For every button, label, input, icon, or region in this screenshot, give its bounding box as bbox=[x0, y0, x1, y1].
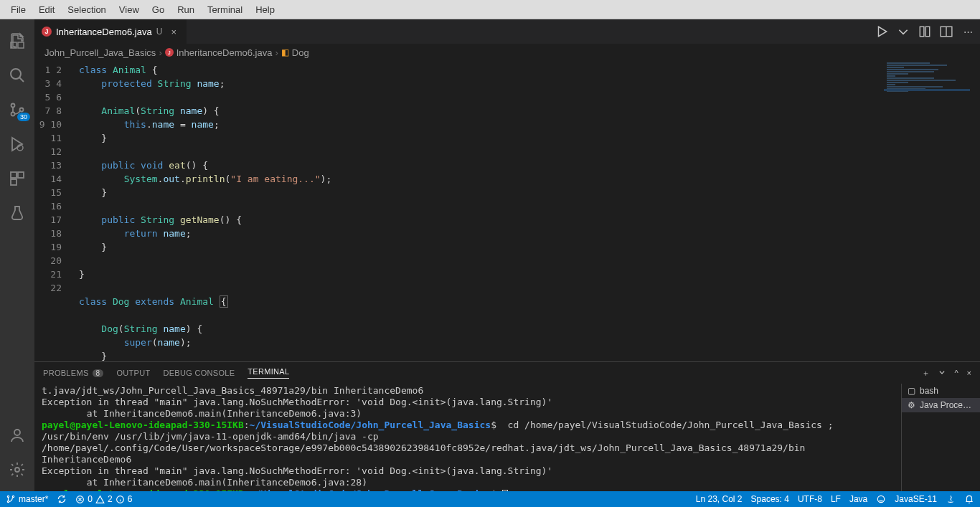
svg-rect-12 bbox=[925, 27, 930, 37]
svg-rect-8 bbox=[11, 179, 17, 185]
tab-problems[interactable]: PROBLEMS8 bbox=[43, 369, 103, 377]
status-java-icon[interactable] bbox=[946, 494, 956, 504]
debug-icon[interactable] bbox=[0, 127, 34, 161]
explorer-icon[interactable] bbox=[0, 24, 34, 58]
chevron-icon: › bbox=[275, 47, 278, 58]
status-bell-icon[interactable] bbox=[964, 494, 974, 504]
terminal[interactable]: t.java/jdt_ws/John_Purcell_Java_Basics_4… bbox=[34, 384, 901, 491]
status-lang[interactable]: Java bbox=[849, 494, 867, 504]
status-cursor[interactable]: Ln 23, Col 2 bbox=[696, 494, 743, 504]
scm-badge: 30 bbox=[17, 113, 30, 121]
breadcrumb-folder[interactable]: John_Purcell_Java_Basics bbox=[44, 47, 156, 58]
status-sync[interactable] bbox=[57, 494, 67, 504]
menu-edit[interactable]: Edit bbox=[32, 2, 61, 17]
testing-icon[interactable] bbox=[0, 196, 34, 230]
menu-help[interactable]: Help bbox=[249, 2, 281, 17]
statusbar: master* 0 2 6 Ln 23, Col 2 Spaces: 4 UTF… bbox=[0, 491, 980, 507]
svg-line-1 bbox=[19, 77, 24, 82]
svg-point-15 bbox=[7, 496, 9, 497]
svg-point-16 bbox=[7, 501, 9, 502]
status-spaces[interactable]: Spaces: 4 bbox=[751, 494, 789, 504]
search-icon[interactable] bbox=[0, 58, 34, 93]
tab-inheritancedemo6[interactable]: J InheritanceDemo6.java U × bbox=[34, 19, 187, 44]
activitybar: 30 bbox=[0, 19, 34, 491]
status-jdk[interactable]: JavaSE-11 bbox=[895, 494, 937, 504]
terminal-icon: ▢ bbox=[908, 386, 915, 396]
java-file-icon: J bbox=[42, 27, 52, 37]
svg-point-9 bbox=[14, 430, 20, 435]
menu-terminal[interactable]: Terminal bbox=[201, 2, 249, 17]
more-icon[interactable]: ⋯ bbox=[961, 25, 974, 38]
tabs-row: J InheritanceDemo6.java U × ⋯ bbox=[34, 19, 980, 44]
tab-filename: InheritanceDemo6.java bbox=[56, 27, 152, 37]
terminal-dropdown-icon[interactable] bbox=[938, 369, 946, 377]
maximize-panel-icon[interactable]: ^ bbox=[954, 369, 958, 377]
menu-selection[interactable]: Selection bbox=[61, 2, 112, 17]
svg-point-17 bbox=[12, 496, 14, 497]
svg-point-10 bbox=[15, 468, 19, 472]
svg-rect-11 bbox=[920, 27, 924, 37]
split-editor-icon[interactable] bbox=[940, 25, 953, 38]
svg-rect-7 bbox=[18, 172, 24, 178]
svg-rect-6 bbox=[11, 172, 17, 178]
bottom-panel: PROBLEMS8 OUTPUT DEBUG CONSOLE TERMINAL … bbox=[34, 361, 980, 491]
svg-point-3 bbox=[11, 113, 15, 116]
breadcrumbs[interactable]: John_Purcell_Java_Basics › J Inheritance… bbox=[34, 44, 980, 60]
menu-go[interactable]: Go bbox=[146, 2, 171, 17]
tab-output[interactable]: OUTPUT bbox=[116, 369, 150, 377]
minimap[interactable] bbox=[884, 62, 970, 141]
terminal-item-bash[interactable]: ▢ bash bbox=[902, 384, 980, 398]
status-encoding[interactable]: UTF-8 bbox=[798, 494, 822, 504]
status-eol[interactable]: LF bbox=[831, 494, 841, 504]
diff-icon[interactable] bbox=[918, 25, 931, 38]
editor-area: J InheritanceDemo6.java U × ⋯ John_Purce… bbox=[34, 19, 980, 491]
editor-actions: ⋯ bbox=[875, 19, 980, 44]
breadcrumb-symbol[interactable]: Dog bbox=[292, 47, 309, 58]
status-feedback-icon[interactable] bbox=[876, 494, 886, 504]
close-panel-icon[interactable]: × bbox=[967, 369, 971, 377]
class-icon: ◧ bbox=[281, 47, 289, 57]
new-terminal-icon[interactable]: ＋ bbox=[922, 368, 930, 379]
svg-point-0 bbox=[11, 69, 21, 79]
accounts-icon[interactable] bbox=[0, 418, 34, 452]
tab-mod-badge: U bbox=[156, 27, 163, 37]
breadcrumb-file[interactable]: InheritanceDemo6.java bbox=[176, 47, 273, 58]
tab-debug-console[interactable]: DEBUG CONSOLE bbox=[163, 369, 235, 377]
terminal-list: ▢ bash ⚙ Java Proce… bbox=[901, 384, 980, 491]
menu-file[interactable]: File bbox=[4, 2, 32, 17]
gear-icon: ⚙ bbox=[908, 400, 915, 410]
scm-icon[interactable]: 30 bbox=[0, 93, 34, 127]
menubar: File Edit Selection View Go Run Terminal… bbox=[0, 0, 980, 19]
extensions-icon[interactable] bbox=[0, 161, 34, 196]
tab-terminal[interactable]: TERMINAL bbox=[248, 367, 289, 379]
code-content[interactable]: class Animal { protected String name; An… bbox=[73, 60, 980, 361]
run-dropdown-icon[interactable] bbox=[897, 25, 910, 38]
line-gutter: 1 2 3 4 5 6 7 8 9 10 11 12 13 14 15 16 1… bbox=[34, 60, 73, 361]
code-editor[interactable]: 1 2 3 4 5 6 7 8 9 10 11 12 13 14 15 16 1… bbox=[34, 60, 980, 361]
close-icon[interactable]: × bbox=[168, 27, 179, 37]
java-file-icon: J bbox=[165, 48, 174, 57]
menu-run[interactable]: Run bbox=[171, 2, 201, 17]
status-errors[interactable]: 0 2 6 bbox=[75, 494, 132, 504]
svg-point-2 bbox=[11, 104, 15, 108]
chevron-icon: › bbox=[159, 47, 161, 58]
run-button[interactable] bbox=[875, 25, 888, 38]
terminal-item-java[interactable]: ⚙ Java Proce… bbox=[902, 398, 980, 412]
status-branch[interactable]: master* bbox=[6, 494, 48, 504]
menu-view[interactable]: View bbox=[113, 2, 146, 17]
settings-icon[interactable] bbox=[0, 452, 34, 487]
